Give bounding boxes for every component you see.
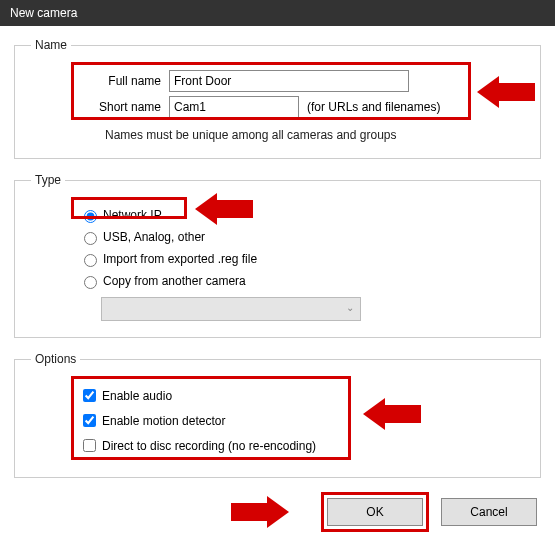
check-direct-disc-label: Direct to disc recording (no re-encoding… (102, 439, 316, 453)
full-name-label: Full name (79, 74, 169, 88)
check-enable-motion[interactable]: Enable motion detector (79, 411, 524, 430)
group-options-legend: Options (31, 352, 80, 366)
check-direct-disc-input[interactable] (83, 439, 96, 452)
group-type: Type Network IP USB, Analog, other Impor… (14, 173, 541, 338)
group-name-legend: Name (31, 38, 71, 52)
full-name-input[interactable] (169, 70, 409, 92)
radio-network-ip-input[interactable] (84, 210, 97, 223)
check-enable-audio[interactable]: Enable audio (79, 386, 524, 405)
chevron-down-icon: ⌄ (346, 302, 354, 313)
check-enable-audio-input[interactable] (83, 389, 96, 402)
short-name-input[interactable] (169, 96, 299, 118)
short-name-hint: (for URLs and filenames) (307, 100, 440, 114)
group-options: Options Enable audio Enable motion detec… (14, 352, 541, 478)
short-name-label: Short name (79, 100, 169, 114)
annotation-ok-box: OK (321, 492, 429, 532)
group-name: Name Full name Short name (for URLs and … (14, 38, 541, 159)
radio-import-reg[interactable]: Import from exported .reg file (79, 251, 524, 267)
radio-copy-camera-input[interactable] (84, 276, 97, 289)
annotation-arrow-ok (231, 496, 289, 528)
radio-import-reg-label: Import from exported .reg file (103, 252, 257, 266)
copy-camera-dropdown[interactable]: ⌄ (101, 297, 361, 321)
check-enable-motion-label: Enable motion detector (102, 414, 225, 428)
check-enable-audio-label: Enable audio (102, 389, 172, 403)
ok-button[interactable]: OK (327, 498, 423, 526)
radio-usb-analog-label: USB, Analog, other (103, 230, 205, 244)
check-enable-motion-input[interactable] (83, 414, 96, 427)
radio-import-reg-input[interactable] (84, 254, 97, 267)
window-title: New camera (10, 6, 77, 20)
radio-network-ip[interactable]: Network IP (79, 207, 524, 223)
cancel-button[interactable]: Cancel (441, 498, 537, 526)
radio-copy-camera[interactable]: Copy from another camera (79, 273, 524, 289)
radio-usb-analog-input[interactable] (84, 232, 97, 245)
group-type-legend: Type (31, 173, 65, 187)
radio-copy-camera-label: Copy from another camera (103, 274, 246, 288)
dialog-client: Name Full name Short name (for URLs and … (0, 26, 555, 550)
name-uniqueness-note: Names must be unique among all cameras a… (105, 128, 524, 142)
radio-network-ip-label: Network IP (103, 208, 162, 222)
check-direct-disc[interactable]: Direct to disc recording (no re-encoding… (79, 436, 524, 455)
window-titlebar: New camera (0, 0, 555, 26)
radio-usb-analog[interactable]: USB, Analog, other (79, 229, 524, 245)
